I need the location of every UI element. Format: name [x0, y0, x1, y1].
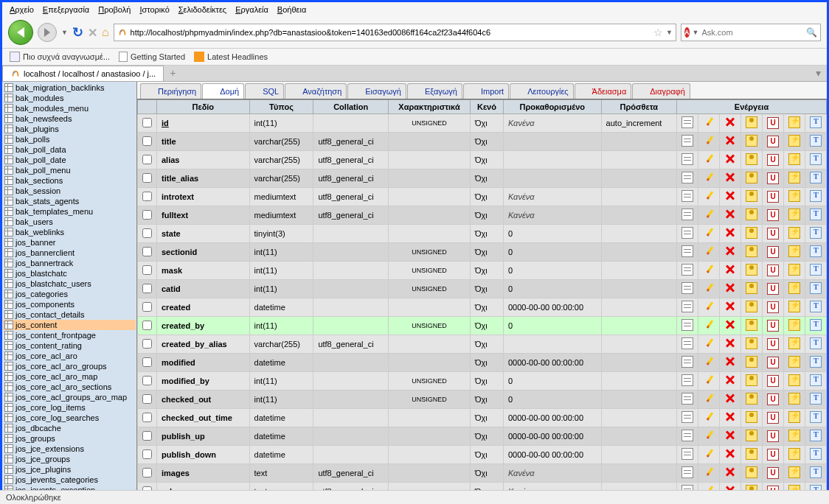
sidebar-item-jos_dbcache[interactable]: jos_dbcache — [3, 423, 136, 433]
sidebar-item-jos_core_log_searches[interactable]: jos_core_log_searches — [3, 413, 136, 423]
delete-icon[interactable] — [724, 466, 736, 478]
unique-icon[interactable]: U — [767, 357, 779, 368]
row-checkbox[interactable] — [142, 228, 152, 238]
pma-tab-Import[interactable]: Import — [463, 83, 509, 99]
primary-key-icon[interactable] — [746, 282, 757, 294]
primary-key-icon[interactable] — [746, 135, 757, 147]
primary-key-icon[interactable] — [746, 209, 757, 220]
unique-icon[interactable]: U — [767, 320, 779, 332]
sidebar-item-bak_poll_date[interactable]: bak_poll_date — [3, 155, 136, 165]
url-input[interactable] — [131, 28, 651, 37]
unique-icon[interactable]: U — [767, 338, 779, 350]
fulltext-icon[interactable] — [810, 430, 822, 441]
browse-icon[interactable] — [681, 190, 693, 202]
history-dropdown[interactable]: ▼ — [61, 29, 68, 36]
primary-key-icon[interactable] — [746, 301, 757, 312]
index-icon[interactable] — [788, 227, 800, 239]
index-icon[interactable] — [788, 319, 800, 331]
sidebar-item-bak_sections[interactable]: bak_sections — [3, 175, 136, 186]
index-icon[interactable] — [788, 172, 800, 183]
unique-icon[interactable]: U — [767, 393, 779, 405]
delete-icon[interactable] — [724, 209, 736, 220]
index-icon[interactable] — [788, 337, 800, 349]
unique-icon[interactable]: U — [767, 228, 779, 239]
edit-icon[interactable] — [703, 190, 715, 202]
menu-Σελιδοδείκτες[interactable]: Σελιδοδείκτες — [178, 5, 226, 14]
index-icon[interactable] — [788, 356, 800, 368]
sidebar-item-jos_jevents_categories[interactable]: jos_jevents_categories — [3, 475, 136, 485]
primary-key-icon[interactable] — [746, 430, 757, 441]
menu-Βοήθεια[interactable]: Βοήθεια — [277, 5, 306, 14]
sidebar-item-jos_core_acl_aro[interactable]: jos_core_acl_aro — [3, 351, 136, 361]
pma-tab-Λειτουργίες[interactable]: Λειτουργίες — [510, 83, 573, 99]
sidebar-item-jos_contact_details[interactable]: jos_contact_details — [3, 309, 136, 320]
edit-icon[interactable] — [703, 282, 715, 294]
browse-icon[interactable] — [681, 374, 693, 386]
delete-icon[interactable] — [724, 393, 736, 405]
row-checkbox[interactable] — [142, 339, 152, 349]
index-icon[interactable] — [788, 301, 800, 312]
delete-icon[interactable] — [724, 227, 736, 239]
sidebar-item-jos_bannerclient[interactable]: jos_bannerclient — [3, 248, 136, 258]
sidebar-item-bak_users[interactable]: bak_users — [3, 217, 136, 227]
index-icon[interactable] — [788, 245, 800, 257]
delete-icon[interactable] — [724, 430, 736, 441]
delete-icon[interactable] — [724, 153, 736, 165]
sidebar-item-jos_banner[interactable]: jos_banner — [3, 237, 136, 248]
browse-icon[interactable] — [681, 153, 693, 165]
fulltext-icon[interactable] — [810, 393, 822, 405]
delete-icon[interactable] — [724, 135, 736, 147]
index-icon[interactable] — [788, 430, 800, 441]
edit-icon[interactable] — [703, 209, 715, 220]
primary-key-icon[interactable] — [746, 116, 757, 128]
search-icon[interactable]: 🔍 — [806, 27, 817, 38]
sidebar-item-bak_poll_data[interactable]: bak_poll_data — [3, 144, 136, 155]
primary-key-icon[interactable] — [746, 448, 757, 460]
fulltext-icon[interactable] — [810, 466, 822, 478]
edit-icon[interactable] — [703, 172, 715, 183]
edit-icon[interactable] — [703, 264, 715, 276]
fulltext-icon[interactable] — [810, 319, 822, 331]
edit-icon[interactable] — [703, 227, 715, 239]
row-checkbox[interactable] — [142, 265, 152, 275]
row-checkbox[interactable] — [142, 449, 152, 459]
row-checkbox[interactable] — [142, 321, 152, 330]
index-icon[interactable] — [788, 411, 800, 423]
unique-icon[interactable]: U — [767, 283, 779, 295]
sidebar-item-jos_core_log_items[interactable]: jos_core_log_items — [3, 402, 136, 413]
row-checkbox[interactable] — [142, 155, 152, 164]
menu-Επεξεργασία[interactable]: Επεξεργασία — [43, 5, 89, 14]
delete-icon[interactable] — [724, 172, 736, 183]
sidebar-item-bak_weblinks[interactable]: bak_weblinks — [3, 227, 136, 237]
search-input[interactable] — [701, 28, 803, 37]
sidebar-item-bak_modules_menu[interactable]: bak_modules_menu — [3, 103, 136, 113]
primary-key-icon[interactable] — [746, 337, 757, 349]
pma-tab-Αναζήτηση[interactable]: Αναζήτηση — [285, 83, 347, 99]
unique-icon[interactable]: U — [767, 191, 779, 203]
delete-icon[interactable] — [724, 190, 736, 202]
edit-icon[interactable] — [703, 393, 715, 405]
search-box[interactable]: A ▼ 🔍 — [681, 24, 821, 41]
sidebar-item-jos_blastchatc_users[interactable]: jos_blastchatc_users — [3, 279, 136, 289]
browse-icon[interactable] — [681, 264, 693, 276]
sidebar-item-jos_jce_groups[interactable]: jos_jce_groups — [3, 454, 136, 464]
delete-icon[interactable] — [724, 337, 736, 349]
pma-tab-Εισαγωγή[interactable]: Εισαγωγή — [347, 83, 406, 99]
primary-key-icon[interactable] — [746, 356, 757, 368]
sidebar-item-bak_session[interactable]: bak_session — [3, 186, 136, 196]
delete-icon[interactable] — [724, 448, 736, 460]
browse-icon[interactable] — [681, 116, 693, 128]
index-icon[interactable] — [788, 209, 800, 220]
sidebar-item-bak_poll_menu[interactable]: bak_poll_menu — [3, 165, 136, 175]
sidebar-item-jos_core_acl_aro_sections[interactable]: jos_core_acl_aro_sections — [3, 382, 136, 392]
browse-icon[interactable] — [681, 337, 693, 349]
row-checkbox[interactable] — [142, 431, 152, 441]
unique-icon[interactable]: U — [767, 154, 779, 166]
pma-tab-Άδειασμα[interactable]: Άδειασμα — [575, 83, 632, 99]
index-icon[interactable] — [788, 116, 800, 128]
unique-icon[interactable]: U — [767, 467, 779, 479]
row-checkbox[interactable] — [142, 394, 152, 404]
delete-icon[interactable] — [724, 374, 736, 386]
fulltext-icon[interactable] — [810, 245, 822, 257]
bookmark-star-icon[interactable]: ☆ — [653, 27, 663, 38]
